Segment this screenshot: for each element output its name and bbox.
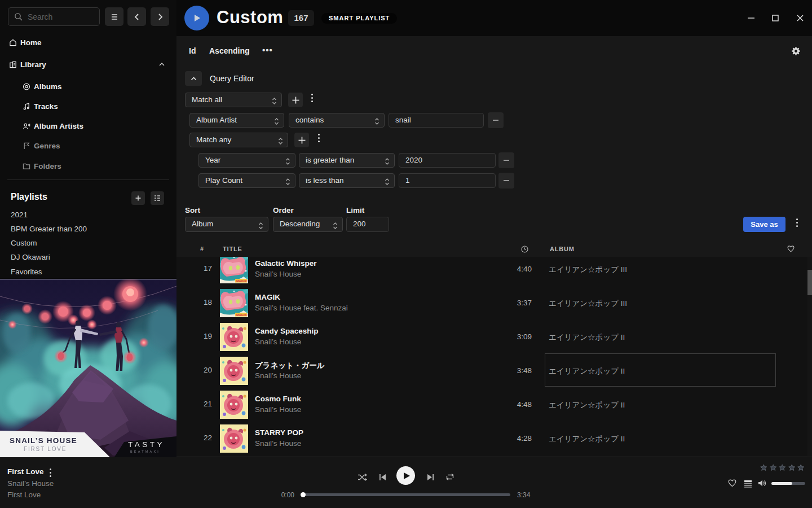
svg-text:TASTY: TASTY (128, 440, 165, 449)
svg-text:BEATMAXI: BEATMAXI (130, 450, 160, 453)
svg-text:MAGIK!: MAGIK! (236, 313, 248, 317)
svg-text:FIRST LOVE: FIRST LOVE (24, 446, 67, 452)
svg-text:MAGIK!: MAGIK! (236, 279, 248, 283)
svg-text:SNAIL’S HOUSE: SNAIL’S HOUSE (10, 436, 77, 445)
